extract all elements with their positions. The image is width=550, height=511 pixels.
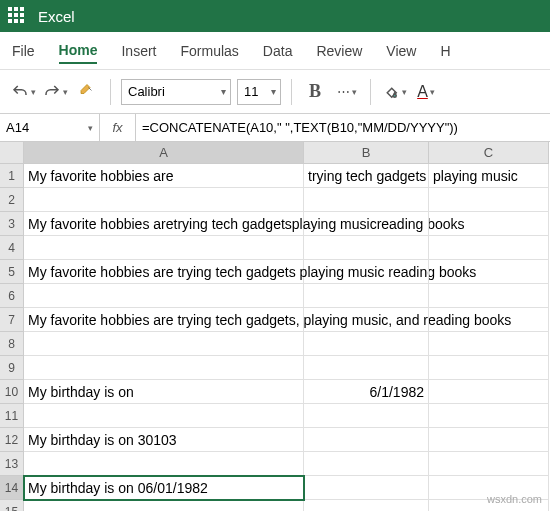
cell-B9[interactable]: [304, 356, 429, 380]
cell-C13[interactable]: [429, 452, 549, 476]
font-size-select[interactable]: 11: [237, 79, 281, 105]
title-bar: Excel: [0, 0, 550, 32]
cell-B14[interactable]: [304, 476, 429, 500]
cell-B4[interactable]: [304, 236, 429, 260]
row-header-5[interactable]: 5: [0, 260, 24, 284]
toolbar-separator: [370, 79, 371, 105]
font-name-value: Calibri: [128, 84, 165, 99]
redo-button[interactable]: ▾: [42, 79, 68, 105]
undo-button[interactable]: ▾: [10, 79, 36, 105]
menu-file[interactable]: File: [12, 39, 35, 63]
app-title: Excel: [38, 8, 75, 25]
cell-A9[interactable]: [24, 356, 304, 380]
cell-C11[interactable]: [429, 404, 549, 428]
row-header-14[interactable]: 14: [0, 476, 24, 500]
format-painter-button[interactable]: [74, 79, 100, 105]
cell-C3[interactable]: [429, 212, 549, 236]
cell-A7[interactable]: My favorite hobbies are trying tech gadg…: [24, 308, 304, 332]
cell-B7[interactable]: [304, 308, 429, 332]
fill-color-button[interactable]: ▾: [381, 79, 407, 105]
cell-A12[interactable]: My birthday is on 30103: [24, 428, 304, 452]
cell-C8[interactable]: [429, 332, 549, 356]
menu-formulas[interactable]: Formulas: [180, 39, 238, 63]
cell-B3[interactable]: [304, 212, 429, 236]
toolbar-separator: [110, 79, 111, 105]
cell-A1[interactable]: My favorite hobbies are: [24, 164, 304, 188]
cell-A5[interactable]: My favorite hobbies are trying tech gadg…: [24, 260, 304, 284]
cell-B11[interactable]: [304, 404, 429, 428]
cell-A14[interactable]: My birthday is on 06/01/1982: [24, 476, 304, 500]
cell-C1[interactable]: playing music: [429, 164, 549, 188]
ellipsis-icon: ⋯: [337, 84, 350, 99]
spreadsheet-grid: A B C 1 My favorite hobbies are trying t…: [0, 142, 550, 511]
cell-B5[interactable]: [304, 260, 429, 284]
row-header-12[interactable]: 12: [0, 428, 24, 452]
fx-icon[interactable]: fx: [100, 114, 136, 141]
row-header-13[interactable]: 13: [0, 452, 24, 476]
cell-C7[interactable]: [429, 308, 549, 332]
row-header-1[interactable]: 1: [0, 164, 24, 188]
row-header-11[interactable]: 11: [0, 404, 24, 428]
select-all-corner[interactable]: [0, 142, 24, 164]
row-header-7[interactable]: 7: [0, 308, 24, 332]
menu-home[interactable]: Home: [59, 38, 98, 64]
menu-data[interactable]: Data: [263, 39, 293, 63]
cell-B2[interactable]: [304, 188, 429, 212]
cell-A13[interactable]: [24, 452, 304, 476]
col-header-A[interactable]: A: [24, 142, 304, 164]
row-header-10[interactable]: 10: [0, 380, 24, 404]
cell-A8[interactable]: [24, 332, 304, 356]
cell-C9[interactable]: [429, 356, 549, 380]
menu-more[interactable]: H: [440, 39, 450, 63]
cell-B10[interactable]: 6/1/1982: [304, 380, 429, 404]
chevron-down-icon: ▾: [88, 123, 93, 133]
cell-A15[interactable]: [24, 500, 304, 511]
cell-B13[interactable]: [304, 452, 429, 476]
row-header-15[interactable]: 15: [0, 500, 24, 511]
cell-C5[interactable]: [429, 260, 549, 284]
cell-B12[interactable]: [304, 428, 429, 452]
cell-A4[interactable]: [24, 236, 304, 260]
formula-bar: A14 ▾ fx =CONCATENATE(A10," ",TEXT(B10,"…: [0, 114, 550, 142]
cell-C10[interactable]: [429, 380, 549, 404]
formula-input[interactable]: =CONCATENATE(A10," ",TEXT(B10,"MM/DD/YYY…: [136, 120, 550, 135]
cell-C12[interactable]: [429, 428, 549, 452]
menu-insert[interactable]: Insert: [121, 39, 156, 63]
bold-button[interactable]: B: [302, 79, 328, 105]
cell-B15[interactable]: [304, 500, 429, 511]
ribbon-toolbar: ▾ ▾ Calibri 11 B ⋯▾ ▾ A▾: [0, 70, 550, 114]
more-formatting-button[interactable]: ⋯▾: [334, 79, 360, 105]
cell-A10[interactable]: My birthday is on: [24, 380, 304, 404]
cell-B6[interactable]: [304, 284, 429, 308]
cell-B1[interactable]: trying tech gadgets: [304, 164, 429, 188]
font-size-value: 11: [244, 84, 258, 99]
col-header-C[interactable]: C: [429, 142, 549, 164]
cell-B8[interactable]: [304, 332, 429, 356]
cell-A3[interactable]: My favorite hobbies aretrying tech gadge…: [24, 212, 304, 236]
cell-A2[interactable]: [24, 188, 304, 212]
row-header-8[interactable]: 8: [0, 332, 24, 356]
cell-reference: A14: [6, 120, 29, 135]
menu-view[interactable]: View: [386, 39, 416, 63]
toolbar-separator: [291, 79, 292, 105]
row-header-6[interactable]: 6: [0, 284, 24, 308]
row-header-4[interactable]: 4: [0, 236, 24, 260]
cell-C4[interactable]: [429, 236, 549, 260]
col-header-B[interactable]: B: [304, 142, 429, 164]
cell-A11[interactable]: [24, 404, 304, 428]
font-color-a-icon: A: [417, 83, 428, 101]
name-box[interactable]: A14 ▾: [0, 114, 100, 141]
font-color-button[interactable]: A▾: [413, 79, 439, 105]
row-header-3[interactable]: 3: [0, 212, 24, 236]
cell-C2[interactable]: [429, 188, 549, 212]
menu-review[interactable]: Review: [316, 39, 362, 63]
cell-A6[interactable]: [24, 284, 304, 308]
row-header-2[interactable]: 2: [0, 188, 24, 212]
cell-C6[interactable]: [429, 284, 549, 308]
watermark: wsxdn.com: [487, 493, 542, 505]
font-name-select[interactable]: Calibri: [121, 79, 231, 105]
app-launcher-icon[interactable]: [8, 7, 26, 25]
menu-bar: File Home Insert Formulas Data Review Vi…: [0, 32, 550, 70]
row-header-9[interactable]: 9: [0, 356, 24, 380]
